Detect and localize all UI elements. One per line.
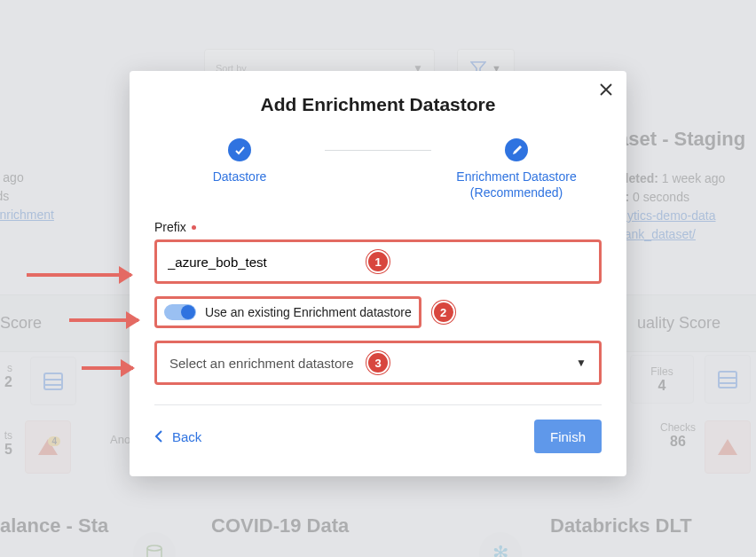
- step-connector: [325, 150, 431, 151]
- annotation-arrow: [82, 366, 133, 370]
- modal-footer: Back Finish: [154, 420, 602, 453]
- annotation-badge: 2: [432, 301, 455, 324]
- check-icon: [228, 138, 251, 161]
- step-datastore[interactable]: Datastore: [154, 138, 325, 184]
- prefix-field-highlight: 1: [154, 239, 602, 284]
- toggle-highlight: Use an existing Enrichment datastore: [154, 296, 421, 328]
- annotation-badge: 1: [366, 250, 390, 273]
- annotation-arrow: [69, 318, 138, 322]
- chevron-down-icon: ▼: [576, 357, 587, 369]
- stepper: Datastore Enrichment Datastore (Recommen…: [154, 138, 602, 200]
- select-highlight: Select an enrichment datastore ▼ 3: [154, 341, 602, 385]
- back-button[interactable]: Back: [154, 429, 201, 444]
- required-indicator: [192, 225, 196, 230]
- select-placeholder: Select an enrichment datastore: [169, 356, 354, 371]
- annotation-badge: 3: [366, 351, 390, 374]
- finish-button[interactable]: Finish: [534, 420, 602, 453]
- step-enrichment-datastore[interactable]: Enrichment Datastore (Recommended): [431, 138, 602, 200]
- toggle-label: Use an existing Enrichment datastore: [205, 305, 412, 319]
- add-enrichment-datastore-modal: Add Enrichment Datastore Datastore Enric…: [130, 71, 626, 476]
- toggle-knob: [181, 305, 195, 319]
- modal-title: Add Enrichment Datastore: [154, 94, 602, 115]
- close-icon: [600, 83, 612, 96]
- existing-enrichment-toggle[interactable]: [164, 304, 196, 320]
- annotation-arrow: [27, 273, 131, 277]
- chevron-left-icon: [154, 430, 163, 443]
- edit-icon: [505, 138, 528, 161]
- prefix-label: Prefix: [154, 220, 602, 234]
- close-button[interactable]: [600, 82, 612, 100]
- divider: [154, 404, 602, 405]
